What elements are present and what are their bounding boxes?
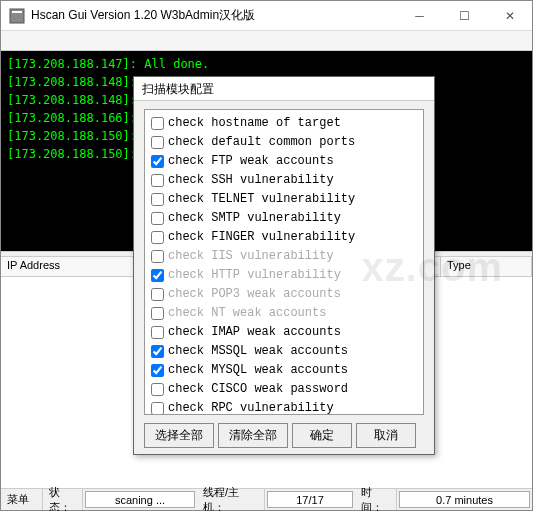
module-label: check IIS vulnerability — [168, 248, 334, 265]
module-label: check SMTP vulnerability — [168, 210, 341, 227]
statusbar: 菜单 状态： scaning ... 线程/主机： 17/17 时间： 0.7 … — [1, 488, 532, 510]
module-checkbox-item[interactable]: check NT weak accounts — [147, 304, 421, 323]
module-checkbox-item[interactable]: check hostname of target — [147, 114, 421, 133]
module-label: check default common ports — [168, 134, 355, 151]
module-label: check NT weak accounts — [168, 305, 326, 322]
module-checklist: check hostname of targetcheck default co… — [144, 109, 424, 415]
grid-header-type[interactable]: Type — [441, 257, 532, 276]
threads-label: 线程/主机： — [197, 489, 265, 510]
time-label: 时间： — [355, 489, 397, 510]
status-value: scaning ... — [85, 491, 195, 508]
module-checkbox-item[interactable]: check MSSQL weak accounts — [147, 342, 421, 361]
module-checkbox-item[interactable]: check TELNET vulnerability — [147, 190, 421, 209]
dialog-title: 扫描模块配置 — [134, 77, 434, 101]
module-checkbox[interactable] — [151, 269, 164, 282]
module-checkbox[interactable] — [151, 326, 164, 339]
clear-all-button[interactable]: 清除全部 — [218, 423, 288, 448]
module-label: check TELNET vulnerability — [168, 191, 355, 208]
module-checkbox[interactable] — [151, 117, 164, 130]
module-label: check CISCO weak password — [168, 381, 348, 398]
minimize-button[interactable]: ─ — [397, 1, 442, 31]
titlebar: Hscan Gui Version 1.20 W3bAdmin汉化版 ─ ☐ ✕ — [1, 1, 532, 31]
module-checkbox[interactable] — [151, 250, 164, 263]
ok-button[interactable]: 确定 — [292, 423, 352, 448]
module-label: check SSH vulnerability — [168, 172, 334, 189]
window-title: Hscan Gui Version 1.20 W3bAdmin汉化版 — [31, 7, 397, 24]
module-checkbox[interactable] — [151, 383, 164, 396]
module-checkbox-item[interactable]: check IIS vulnerability — [147, 247, 421, 266]
module-label: check RPC vulnerability — [168, 400, 334, 415]
select-all-button[interactable]: 选择全部 — [144, 423, 214, 448]
module-checkbox[interactable] — [151, 174, 164, 187]
module-checkbox-item[interactable]: check RPC vulnerability — [147, 399, 421, 415]
module-checkbox[interactable] — [151, 231, 164, 244]
module-checkbox-item[interactable]: check FINGER vulnerability — [147, 228, 421, 247]
toolbar — [1, 31, 532, 51]
svg-rect-1 — [12, 11, 22, 13]
menu-label[interactable]: 菜单 — [1, 489, 43, 510]
module-checkbox-item[interactable]: check CISCO weak password — [147, 380, 421, 399]
dialog-body: check hostname of targetcheck default co… — [134, 101, 434, 454]
module-checkbox-item[interactable]: check POP3 weak accounts — [147, 285, 421, 304]
module-checkbox-item[interactable]: check MYSQL weak accounts — [147, 361, 421, 380]
console-line: [173.208.188.147]: All done. — [7, 55, 526, 73]
module-checkbox[interactable] — [151, 155, 164, 168]
module-checkbox[interactable] — [151, 212, 164, 225]
module-checkbox-item[interactable]: check SMTP vulnerability — [147, 209, 421, 228]
module-checkbox-item[interactable]: check default common ports — [147, 133, 421, 152]
module-label: check FINGER vulnerability — [168, 229, 355, 246]
module-checkbox[interactable] — [151, 364, 164, 377]
module-checkbox[interactable] — [151, 307, 164, 320]
module-checkbox[interactable] — [151, 136, 164, 149]
module-checkbox[interactable] — [151, 193, 164, 206]
module-label: check POP3 weak accounts — [168, 286, 341, 303]
module-label: check IMAP weak accounts — [168, 324, 341, 341]
module-checkbox-item[interactable]: check SSH vulnerability — [147, 171, 421, 190]
dialog-button-row: 选择全部 清除全部 确定 取消 — [144, 415, 424, 448]
module-checkbox-item[interactable]: check IMAP weak accounts — [147, 323, 421, 342]
module-label: check MYSQL weak accounts — [168, 362, 348, 379]
module-checkbox-item[interactable]: check HTTP vulnerability — [147, 266, 421, 285]
module-label: check hostname of target — [168, 115, 341, 132]
app-icon — [9, 8, 25, 24]
scan-modules-dialog: 扫描模块配置 check hostname of targetcheck def… — [133, 76, 435, 455]
module-checkbox[interactable] — [151, 345, 164, 358]
module-label: check FTP weak accounts — [168, 153, 334, 170]
module-label: check HTTP vulnerability — [168, 267, 341, 284]
module-checkbox[interactable] — [151, 402, 164, 415]
time-value: 0.7 minutes — [399, 491, 530, 508]
threads-value: 17/17 — [267, 491, 353, 508]
module-label: check MSSQL weak accounts — [168, 343, 348, 360]
module-checkbox[interactable] — [151, 288, 164, 301]
module-checkbox-item[interactable]: check FTP weak accounts — [147, 152, 421, 171]
close-button[interactable]: ✕ — [487, 1, 532, 31]
cancel-button[interactable]: 取消 — [356, 423, 416, 448]
status-label: 状态： — [43, 489, 83, 510]
maximize-button[interactable]: ☐ — [442, 1, 487, 31]
